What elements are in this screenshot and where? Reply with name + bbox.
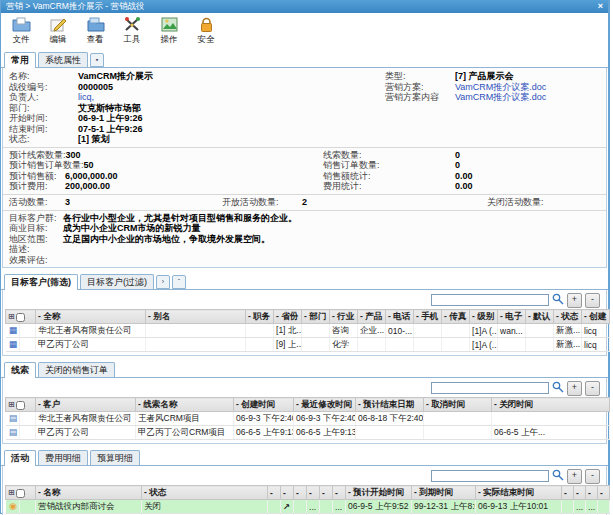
- select-all-checkbox[interactable]: [16, 401, 25, 410]
- tab-closed-sales-orders[interactable]: 关闭的销售订单: [38, 362, 115, 377]
- column-header[interactable]: - 传真: [442, 310, 470, 324]
- tab-leads[interactable]: 线索: [4, 362, 36, 378]
- column-header[interactable]: - 默认: [526, 310, 554, 324]
- field-value: [7] 产品展示会: [455, 71, 514, 82]
- field-value-link[interactable]: licq,: [78, 92, 94, 103]
- search-icon[interactable]: [552, 293, 564, 307]
- search-icon[interactable]: [552, 381, 564, 395]
- column-header[interactable]: - 全称: [36, 310, 146, 324]
- column-header[interactable]: - 级别: [470, 310, 498, 324]
- table-row[interactable]: 营销战役内部商讨会关闭↗......06-9-5 上午9:5299-12-31 …: [6, 500, 610, 514]
- field-value: 0000005: [78, 82, 113, 93]
- tab-system-properties[interactable]: 系统属性: [38, 52, 88, 67]
- column-header[interactable]: - 行业: [330, 310, 358, 324]
- column-header[interactable]: -: [562, 486, 574, 500]
- form-row: 状态:[1] 策划: [3, 134, 606, 145]
- menu-view[interactable]: 查看: [82, 16, 108, 46]
- column-header[interactable]: -: [268, 486, 281, 500]
- column-header[interactable]: - 到期时间: [412, 486, 476, 500]
- remove-button[interactable]: -: [585, 381, 600, 396]
- tab-target-customers-filter[interactable]: 目标客户(筛选): [4, 274, 78, 290]
- cell-link[interactable]: 甲乙丙丁公司: [36, 426, 136, 440]
- tab-more-button[interactable]: ▪: [90, 53, 104, 67]
- field-value: 0.00: [455, 171, 473, 182]
- column-header[interactable]: -: [294, 486, 307, 500]
- cell: 06-9-5 上午9:52: [346, 500, 412, 514]
- column-header[interactable]: - 别名: [146, 310, 246, 324]
- table-row[interactable]: 华北王者风有限责任公司[1] 北...咨询企业...010-...[1]A (.…: [6, 324, 610, 338]
- column-header[interactable]: - 状态: [554, 310, 582, 324]
- column-header[interactable]: - 省份: [274, 310, 302, 324]
- column-header[interactable]: - 状态: [142, 486, 268, 500]
- menu-security[interactable]: 安全: [193, 16, 219, 46]
- column-header[interactable]: -: [307, 486, 320, 500]
- field-label: 预计销售订单数量:: [3, 160, 84, 171]
- column-header[interactable]: -: [281, 486, 294, 500]
- column-header[interactable]: - 手机: [414, 310, 442, 324]
- tab-budget-detail[interactable]: 预算明细: [90, 450, 140, 465]
- column-header[interactable]: -: [586, 486, 598, 500]
- field-label: 状态:: [3, 134, 78, 145]
- table-row[interactable]: 甲乙丙丁公司甲乙丙丁公司CRM项目06-6-5 上午9:1306-6-5 上午9…: [6, 426, 610, 440]
- tab-collapse-icon[interactable]: ˆ: [172, 275, 186, 289]
- select-all-checkbox[interactable]: [16, 489, 25, 498]
- column-header[interactable]: - 取消时间: [424, 398, 492, 412]
- column-header[interactable]: -: [598, 486, 610, 500]
- menu-edit[interactable]: 编辑: [45, 16, 71, 46]
- add-button[interactable]: +: [567, 381, 582, 396]
- form-row: 目标客户群:各行业中小型企业，尤其是针对项目型销售和服务的企业。: [3, 213, 606, 224]
- search-icon[interactable]: [552, 469, 564, 483]
- field-value-link[interactable]: VamCRM推介议案.doc: [455, 92, 546, 103]
- menu-file[interactable]: 文件: [8, 16, 34, 46]
- search-input[interactable]: [431, 470, 549, 482]
- cell-link[interactable]: wan...: [498, 324, 526, 338]
- column-header[interactable]: -: [574, 486, 586, 500]
- field-label: 关闭活动数量:: [487, 197, 544, 208]
- column-header[interactable]: - 创建时间: [234, 398, 294, 412]
- column-header[interactable]: - 预计开始时间: [346, 486, 412, 500]
- field-label: 线索数量:: [323, 150, 455, 161]
- column-header[interactable]: - 客户: [36, 398, 136, 412]
- add-button[interactable]: +: [567, 293, 582, 308]
- search-input[interactable]: [431, 294, 549, 306]
- remove-button[interactable]: -: [585, 293, 600, 308]
- menu-tools[interactable]: 工具: [119, 16, 145, 46]
- table-row[interactable]: 甲乙丙丁公司[9] 上...化学[1]A (...新激...licq: [6, 338, 610, 352]
- column-header[interactable]: - 职务: [246, 310, 274, 324]
- table-row[interactable]: 华北王者风有限责任公司王者风CRM项目06-9-3 下午2:4006-9-3 下…: [6, 412, 610, 426]
- close-icon[interactable]: ×: [598, 2, 603, 11]
- column-header[interactable]: - 关闭时间: [492, 398, 610, 412]
- column-header[interactable]: - 创建: [582, 310, 610, 324]
- tab-common[interactable]: 常用: [4, 52, 36, 68]
- column-header[interactable]: - 产品: [358, 310, 386, 324]
- field-value: 6,000,000.00: [65, 171, 118, 182]
- select-all-checkbox[interactable]: [16, 313, 25, 322]
- field-label: 营销方案:: [385, 82, 455, 93]
- column-header[interactable]: - 实际结束时间: [476, 486, 562, 500]
- search-input[interactable]: [431, 382, 549, 394]
- tab-expense-detail[interactable]: 费用明细: [38, 450, 88, 465]
- tab-scroll-right-icon[interactable]: ›: [156, 275, 170, 289]
- remove-button[interactable]: -: [585, 469, 600, 484]
- form-row: 开始时间:06-9-1 上午9:26: [3, 113, 606, 124]
- field-value-link[interactable]: VamCRM推介议案.doc: [455, 82, 546, 93]
- column-header[interactable]: - 电话: [386, 310, 414, 324]
- cell-link[interactable]: 华北王者风有限责任公司: [36, 412, 136, 426]
- column-header[interactable]: -: [320, 486, 333, 500]
- column-header[interactable]: - 预计结束日期: [356, 398, 424, 412]
- field-label: 商业目标:: [3, 223, 63, 234]
- add-button[interactable]: +: [567, 469, 582, 484]
- tab-activities[interactable]: 活动: [4, 450, 36, 466]
- column-header[interactable]: - 电子: [498, 310, 526, 324]
- field-value: 0: [455, 160, 460, 171]
- column-header[interactable]: - 线索名称: [136, 398, 234, 412]
- tab-target-customers-pass[interactable]: 目标客户(过滤): [80, 274, 154, 289]
- edit-icon: [49, 16, 68, 33]
- column-header[interactable]: -: [333, 486, 346, 500]
- column-header[interactable]: - 部门: [302, 310, 330, 324]
- menu-actions[interactable]: 操作: [156, 16, 182, 46]
- column-header[interactable]: - 最近修改时间: [294, 398, 356, 412]
- cell: [268, 500, 281, 514]
- column-header[interactable]: - 名称: [36, 486, 142, 500]
- cell: 99-12-31 上午8:00: [412, 500, 476, 514]
